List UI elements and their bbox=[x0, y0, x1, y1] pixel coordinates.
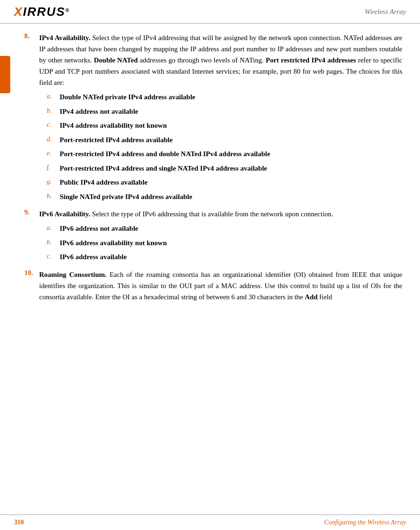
item-8-num: 8. bbox=[24, 32, 39, 40]
header-right-text: Wireless Array bbox=[365, 8, 406, 16]
list-item: b. IPv6 address availability not known bbox=[47, 238, 402, 248]
logo-reg: ® bbox=[65, 7, 70, 13]
list-item: g. Public IPv4 address available bbox=[47, 177, 402, 188]
list-item: h. Single NATed private IPv4 address ava… bbox=[47, 192, 402, 202]
item-9-header: 9. IPv6 Availability. Select the type of… bbox=[24, 208, 402, 220]
item-8-text2: addresses go through two levels of NATin… bbox=[138, 56, 265, 64]
sub-text-b: IPv4 address not available bbox=[60, 106, 402, 117]
list-item: f. Port-restricted IPv4 address and sing… bbox=[47, 163, 402, 174]
item-8-sublist: a. Double NATed private IPv4 address ava… bbox=[47, 92, 402, 202]
item-10-text: Roaming Consortium. Each of the roaming … bbox=[39, 269, 402, 303]
item-8-bold1: Double NATed bbox=[94, 56, 138, 64]
item-8-bold2: Port restricted IPv4 addresses bbox=[266, 56, 356, 64]
item-8-header: 8. IPv4 Availability. Select the type of… bbox=[24, 32, 402, 88]
item-10-label: Roaming Consortium. bbox=[39, 271, 107, 278]
orange-tab bbox=[0, 56, 10, 93]
sub-text-d: Port-restricted IPv4 address available bbox=[60, 135, 402, 145]
sub-letter-h: h. bbox=[47, 192, 60, 200]
sub-letter-d: d. bbox=[47, 135, 60, 143]
list-item: e. Port-restricted IPv4 address and doub… bbox=[47, 149, 402, 159]
footer-section-title: Configuring the Wireless Array bbox=[324, 519, 406, 526]
sub-text-c: IPv4 address availability not known bbox=[60, 120, 402, 131]
item-9-text: IPv6 Availability. Select the type of IP… bbox=[39, 208, 402, 220]
item-9-label: IPv6 Availability. bbox=[39, 210, 90, 218]
item-10-bold-end: Add bbox=[305, 293, 318, 301]
sub-letter-9c: c. bbox=[47, 252, 60, 260]
page-footer: 310 Configuring the Wireless Array bbox=[0, 514, 420, 530]
item-9-text1: Select the type of IPv6 addressing that … bbox=[90, 210, 333, 218]
logo-text: XIRRUS® bbox=[14, 5, 70, 19]
sub-text-h: Single NATed private IPv4 address availa… bbox=[60, 192, 402, 202]
item-9-num: 9. bbox=[24, 208, 39, 216]
sub-text-9c: IPv6 address available bbox=[60, 252, 402, 262]
sub-letter-a: a. bbox=[47, 92, 60, 100]
sub-text-9b: IPv6 address availability not known bbox=[60, 238, 402, 248]
list-item: a. Double NATed private IPv4 address ava… bbox=[47, 92, 402, 103]
list-item-9: 9. IPv6 Availability. Select the type of… bbox=[24, 208, 402, 262]
list-item: c. IPv6 address available bbox=[47, 252, 402, 262]
item-8-text: IPv4 Availability. Select the type of IP… bbox=[39, 32, 402, 88]
footer-page-number: 310 bbox=[14, 519, 24, 526]
sub-text-e: Port-restricted IPv4 address and double … bbox=[60, 149, 402, 159]
sub-letter-9a: a. bbox=[47, 223, 60, 232]
logo-x: X bbox=[14, 5, 23, 19]
sub-letter-f: f. bbox=[47, 163, 60, 172]
sub-text-g: Public IPv4 address available bbox=[60, 177, 402, 188]
list-item: a. IPv6 address not available bbox=[47, 223, 402, 234]
sub-letter-9b: b. bbox=[47, 238, 60, 246]
sub-text-f: Port-restricted IPv4 address and single … bbox=[60, 163, 402, 174]
sub-letter-e: e. bbox=[47, 149, 60, 157]
main-content: 8. IPv4 Availability. Select the type of… bbox=[0, 24, 420, 318]
list-item: c. IPv4 address availability not known bbox=[47, 120, 402, 131]
sub-letter-b: b. bbox=[47, 106, 60, 115]
sub-letter-c: c. bbox=[47, 120, 60, 129]
item-8-label: IPv4 Availability. bbox=[39, 34, 90, 41]
list-item: d. Port-restricted IPv4 address availabl… bbox=[47, 135, 402, 145]
list-item: b. IPv4 address not available bbox=[47, 106, 402, 117]
item-10-num: 10. bbox=[24, 269, 39, 277]
page-header: XIRRUS® Wireless Array bbox=[0, 0, 420, 24]
item-10-text-end: field bbox=[317, 293, 332, 301]
logo-irrus: IRRUS bbox=[23, 5, 65, 19]
logo: XIRRUS® bbox=[14, 5, 70, 19]
list-item-8: 8. IPv4 Availability. Select the type of… bbox=[24, 32, 402, 202]
sub-text-a: Double NATed private IPv4 address availa… bbox=[60, 92, 402, 103]
item-10-header: 10. Roaming Consortium. Each of the roam… bbox=[24, 269, 402, 303]
item-9-sublist: a. IPv6 address not available b. IPv6 ad… bbox=[47, 223, 402, 262]
sub-letter-g: g. bbox=[47, 177, 60, 186]
sub-text-9a: IPv6 address not available bbox=[60, 223, 402, 234]
list-item-10: 10. Roaming Consortium. Each of the roam… bbox=[24, 269, 402, 303]
